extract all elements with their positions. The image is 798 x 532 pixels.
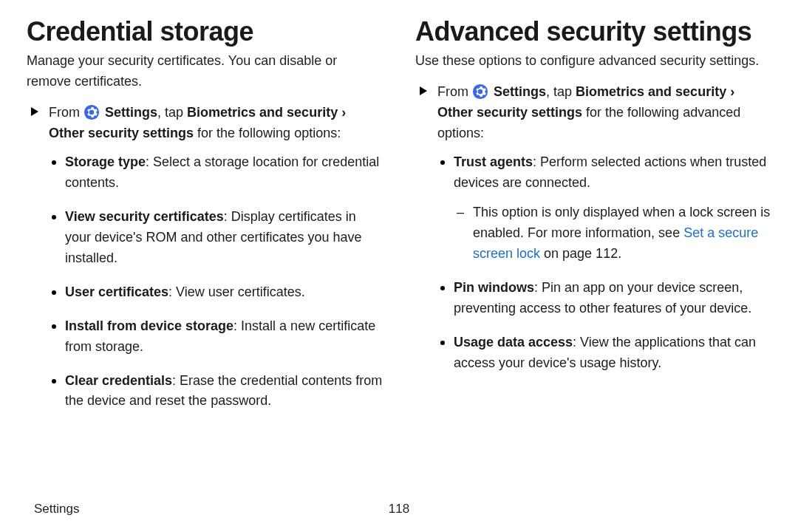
page-footer: Settings 118 (34, 499, 764, 519)
trust-agents-note: This option is only displayed when a loc… (454, 202, 771, 265)
play-arrow-icon (420, 86, 427, 95)
options-credential: Storage type: Select a storage location … (27, 152, 383, 412)
option-title: Clear credentials (65, 373, 172, 388)
step-text: From Settings, tap Biometrics and securi… (437, 84, 740, 140)
note-item: This option is only displayed when a loc… (457, 202, 771, 265)
options-advanced: Trust agents: Perform selected actions w… (415, 152, 771, 373)
option-title: Trust agents (454, 154, 533, 169)
list-item: Install from device storage: Install a n… (49, 316, 383, 358)
gear-icon (472, 83, 488, 100)
settings-label: Settings (494, 84, 546, 99)
heading-credential-storage: Credential storage (27, 18, 383, 47)
list-item: Pin windows: Pin an app on your device s… (437, 278, 771, 319)
option-desc: : View user certificates. (168, 284, 305, 299)
option-title: User certificates (65, 284, 168, 299)
step-tap: , tap (157, 105, 187, 120)
option-title: Install from device storage (65, 318, 233, 333)
footer-section: Settings (34, 499, 79, 519)
list-item: View security certificates: Display cert… (49, 207, 383, 269)
option-title: Storage type (65, 154, 146, 169)
step-suffix: for the following options: (194, 126, 341, 140)
heading-advanced-security: Advanced security settings (415, 18, 771, 47)
list-item: Clear credentials: Erase the credential … (49, 371, 383, 412)
path-biometrics: Biometrics and security (576, 84, 726, 99)
footer-page-number: 118 (389, 499, 409, 519)
list-item: Usage data access: View the applications… (437, 332, 771, 374)
gear-icon (83, 104, 100, 120)
note-after: on page 112. (540, 246, 621, 261)
left-column: Credential storage Manage your security … (27, 18, 383, 425)
chevron-right-icon: › (338, 105, 346, 120)
path-biometrics: Biometrics and security (187, 105, 338, 120)
path-other-security: Other security settings (49, 126, 194, 140)
step-text: From Settings, tap Biometrics and securi… (49, 105, 346, 140)
list-item: User certificates: View user certificate… (49, 282, 383, 303)
settings-label: Settings (105, 105, 157, 120)
chevron-right-icon: › (726, 84, 734, 99)
list-item: Storage type: Select a storage location … (49, 152, 383, 194)
page-columns: Credential storage Manage your security … (27, 18, 771, 425)
option-title: View security certificates (65, 209, 224, 224)
intro-advanced-security: Use these options to configure advanced … (415, 51, 771, 72)
step-prefix: From (437, 84, 472, 99)
intro-credential-storage: Manage your security certificates. You c… (27, 51, 383, 92)
step-tap: , tap (546, 84, 576, 99)
path-other-security: Other security settings (437, 105, 582, 120)
step-prefix: From (49, 105, 83, 120)
option-title: Usage data access (454, 335, 573, 349)
step-advanced-nav: From Settings, tap Biometrics and securi… (415, 82, 771, 144)
list-item: Trust agents: Perform selected actions w… (437, 152, 771, 264)
right-column: Advanced security settings Use these opt… (415, 18, 771, 425)
play-arrow-icon (31, 107, 38, 116)
option-title: Pin windows (454, 280, 534, 295)
step-credential-nav: From Settings, tap Biometrics and securi… (27, 103, 383, 144)
